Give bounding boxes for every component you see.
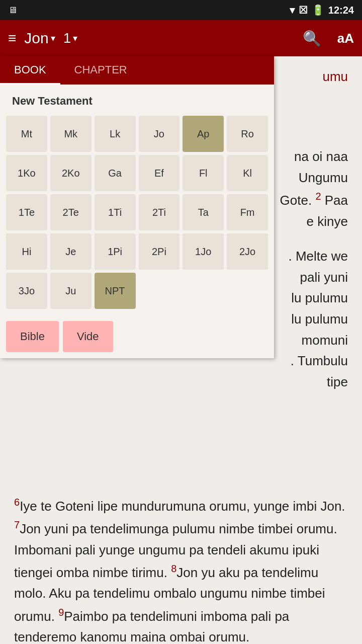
vide-button[interactable]: Vide [63, 321, 113, 352]
book-cell-2Te[interactable]: 2Te [50, 194, 92, 230]
book-cell-1Ko[interactable]: 1Ko [6, 155, 47, 191]
verse-num-8: 8 [171, 563, 176, 574]
chapter-dropdown-arrow: ▾ [73, 33, 77, 44]
book-cell-2Pi[interactable]: 2Pi [139, 233, 180, 270]
verse-6-text: Iye te Goteni lipe mundurumuna orumu, yu… [20, 499, 345, 514]
status-left: 🖥 [8, 5, 17, 16]
status-right: ▾ ☒ 🔋 12:24 [290, 4, 354, 16]
book-cell-Ap[interactable]: Ap [183, 116, 224, 152]
testament-heading: New Testament [0, 85, 274, 116]
book-cell-2Jo[interactable]: 2Jo [227, 233, 268, 270]
book-cell-Mk[interactable]: Mk [50, 116, 92, 152]
book-cell-Fl[interactable]: Fl [183, 155, 224, 191]
book-cell-Jo[interactable]: Jo [139, 116, 180, 152]
app-bar: ≡ Jon ▾ 1 ▾ 🔍 aA [0, 20, 362, 56]
signal-icon: ☒ [299, 4, 308, 16]
chapter-selector[interactable]: 1 ▾ [63, 30, 78, 46]
verse-num-6: 6 [14, 497, 20, 508]
bible-text-main: 6Iye te Goteni lipe mundurumuna orumu, y… [0, 484, 362, 644]
book-cell-Kl[interactable]: Kl [227, 155, 268, 191]
action-buttons: Bible Vide [0, 315, 274, 358]
book-cell-1Jo[interactable]: 1Jo [183, 233, 224, 270]
tab-chapter[interactable]: CHAPTER [60, 56, 141, 85]
font-size-button[interactable]: aA [337, 31, 354, 46]
book-cell-Fm[interactable]: Fm [227, 194, 268, 230]
verse-num-9: 9 [58, 607, 64, 618]
wifi-icon: ▾ [290, 4, 295, 16]
book-cell-Je[interactable]: Je [50, 233, 92, 270]
chapter-number: 1 [63, 30, 71, 46]
dropdown-panel: BOOK CHAPTER New Testament Mt Mk Lk Jo A… [0, 56, 274, 358]
verse-6-block: 6Iye te Goteni lipe mundurumuna orumu, y… [14, 494, 348, 644]
tab-bar: BOOK CHAPTER [0, 56, 274, 85]
peek-line-11: tipe [14, 372, 348, 393]
book-cell-Ga[interactable]: Ga [95, 155, 136, 191]
time-display: 12:24 [328, 5, 354, 16]
book-cell-2Ko[interactable]: 2Ko [50, 155, 92, 191]
book-grid: Mt Mk Lk Jo Ap Ro 1Ko 2Ko Ga Ef Fl Kl 1T… [0, 116, 274, 315]
book-cell-NPT[interactable]: NPT [95, 273, 136, 309]
book-cell-Ju[interactable]: Ju [50, 273, 92, 309]
menu-button[interactable]: ≡ [8, 30, 16, 46]
book-cell-1Te[interactable]: 1Te [6, 194, 47, 230]
bible-button[interactable]: Bible [6, 321, 59, 352]
verse-num-7: 7 [14, 519, 20, 530]
status-bar: 🖥 ▾ ☒ 🔋 12:24 [0, 0, 362, 20]
book-cell-Mt[interactable]: Mt [6, 116, 47, 152]
battery-icon: 🔋 [312, 4, 324, 16]
book-cell-2Ti[interactable]: 2Ti [139, 194, 180, 230]
screen-icon: 🖥 [8, 5, 17, 16]
book-cell-Ef[interactable]: Ef [139, 155, 180, 191]
search-button[interactable]: 🔍 [303, 30, 321, 47]
book-selector[interactable]: Jon ▾ [24, 30, 55, 47]
book-name: Jon [24, 30, 48, 47]
book-cell-Ro[interactable]: Ro [227, 116, 268, 152]
book-dropdown-arrow: ▾ [51, 33, 55, 44]
verse-9-text: Paimbo pa tendelimuni imboma pali pa ten… [14, 609, 289, 644]
tab-book[interactable]: BOOK [0, 56, 60, 85]
content-area: umu aina iye na oi naa Ungumu Gote. 2 Pa… [0, 56, 362, 484]
book-cell-Ta[interactable]: Ta [183, 194, 224, 230]
book-cell-3Jo[interactable]: 3Jo [6, 273, 47, 309]
book-cell-Lk[interactable]: Lk [95, 116, 136, 152]
peek-text-umu: umu [322, 69, 348, 84]
book-cell-Hi[interactable]: Hi [6, 233, 47, 270]
book-cell-1Pi[interactable]: 1Pi [95, 233, 136, 270]
book-cell-1Ti[interactable]: 1Ti [95, 194, 136, 230]
